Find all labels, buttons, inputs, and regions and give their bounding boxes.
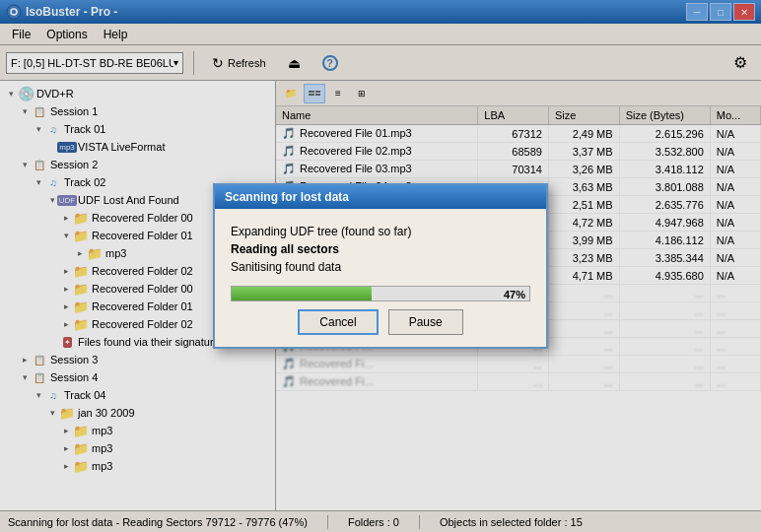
dialog-overlay: Scanning for lost data Expanding UDF tre… <box>0 0 761 532</box>
pause-button[interactable]: Pause <box>388 309 463 335</box>
dialog-body: Expanding UDF tree (found so far) Readin… <box>215 209 546 347</box>
dialog-line-1: Expanding UDF tree (found so far) <box>231 225 530 238</box>
scan-dialog: Scanning for lost data Expanding UDF tre… <box>213 183 548 349</box>
progress-bar-fill <box>232 287 372 300</box>
dialog-line-3: Sanitising found data <box>231 260 530 274</box>
progress-bar-container: 47% <box>231 286 530 301</box>
cancel-button[interactable]: Cancel <box>298 309 378 335</box>
dialog-title: Scanning for lost data <box>215 185 546 209</box>
dialog-buttons: Cancel Pause <box>231 309 530 335</box>
dialog-line-2: Reading all sectors <box>231 242 530 256</box>
progress-label: 47% <box>504 287 525 302</box>
